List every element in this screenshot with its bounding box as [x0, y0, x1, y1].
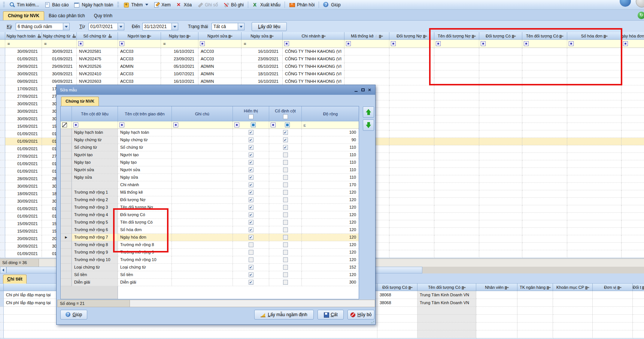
row-selector[interactable]: [0, 291, 4, 299]
config-column-header-2[interactable]: Tên cột trên giao diện: [118, 106, 172, 121]
detail-column-header-3[interactable]: Tên đối tượng Có: [417, 284, 476, 291]
width-cell[interactable]: 110: [302, 144, 359, 151]
display-name-cell[interactable]: Đối tượng Nợ: [118, 196, 172, 204]
width-cell[interactable]: 120: [302, 196, 359, 204]
detail-cell[interactable]: [593, 315, 633, 323]
field-name-cell[interactable]: [72, 181, 118, 189]
field-name-cell[interactable]: Ngày chứng từ: [72, 136, 118, 144]
table-cell[interactable]: [522, 243, 567, 250]
fixed-cell[interactable]: [269, 234, 302, 241]
table-cell[interactable]: NVK202603: [77, 78, 118, 85]
row-selector[interactable]: [0, 220, 5, 228]
detail-cell[interactable]: [476, 330, 517, 338]
table-cell[interactable]: [479, 183, 522, 190]
table-cell[interactable]: 30/09/2021: [42, 48, 77, 55]
table-cell[interactable]: [522, 85, 567, 93]
table-cell[interactable]: [567, 235, 622, 243]
note-cell[interactable]: [172, 264, 233, 271]
config-row[interactable]: Ngày tạoNgày tạo110: [61, 159, 359, 166]
table-cell[interactable]: ADMIN: [118, 63, 161, 70]
note-cell[interactable]: [172, 279, 233, 286]
detail-cell[interactable]: [517, 330, 553, 338]
detail-cell[interactable]: [593, 323, 633, 330]
column-header-4[interactable]: Người tạo: [118, 32, 161, 40]
table-cell[interactable]: [622, 130, 644, 138]
table-cell[interactable]: [479, 48, 522, 55]
column-header-1[interactable]: Ngày hạch toán: [5, 32, 42, 40]
detail-cell[interactable]: [553, 307, 593, 315]
config-column-header-6[interactable]: Độ rộng: [302, 106, 359, 121]
field-name-cell[interactable]: Loại chứng từ: [72, 264, 118, 271]
table-cell[interactable]: [622, 48, 644, 55]
unpinned-icon[interactable]: [187, 34, 191, 37]
filter-cell[interactable]: =: [42, 40, 77, 48]
fixed-checkbox[interactable]: [283, 197, 288, 202]
row-selector[interactable]: [0, 315, 4, 323]
detail-cell[interactable]: [553, 315, 593, 323]
detail-cell[interactable]: [417, 330, 476, 338]
fixed-cell[interactable]: [269, 144, 302, 151]
table-cell[interactable]: [567, 63, 622, 70]
table-cell[interactable]: [522, 93, 567, 100]
config-row[interactable]: Trường mở rộng 8Trường mở rộng 8120: [61, 241, 359, 249]
table-cell[interactable]: 23/09/2021: [242, 55, 283, 63]
note-cell[interactable]: [172, 226, 233, 234]
table-cell[interactable]: [434, 115, 479, 123]
table-row[interactable]: 29/09/202129/09/2021NVK202526ADMIN05/10/…: [0, 63, 644, 70]
unpinned-icon[interactable]: [322, 34, 325, 37]
table-cell[interactable]: CÔNG TY TNHH KAHONG (VI: [283, 55, 344, 63]
table-cell[interactable]: [389, 108, 434, 115]
unpinned-icon[interactable]: [229, 34, 233, 37]
table-cell[interactable]: 16/10/2021: [242, 48, 283, 55]
table-cell[interactable]: 01/09/2021: [5, 138, 42, 145]
table-cell[interactable]: [389, 220, 434, 228]
unpinned-icon[interactable]: [617, 285, 621, 289]
refresh-icon[interactable]: ↻: [638, 12, 644, 19]
table-cell[interactable]: 16/10/2021: [161, 48, 198, 55]
table-cell[interactable]: [567, 220, 622, 228]
row-selector[interactable]: [61, 151, 72, 159]
table-cell[interactable]: [389, 55, 434, 63]
table-cell[interactable]: 30/09/2021: [5, 48, 42, 55]
row-selector[interactable]: [0, 63, 5, 70]
move-up-button[interactable]: [363, 106, 374, 118]
toolbar-button-view[interactable]: Xem: [151, 1, 173, 9]
table-cell[interactable]: [522, 100, 567, 108]
table-cell[interactable]: [567, 160, 622, 168]
detail-cell[interactable]: [377, 315, 417, 323]
table-cell[interactable]: [479, 70, 522, 78]
table-cell[interactable]: [434, 168, 479, 175]
resize-grip[interactable]: [371, 320, 374, 324]
fixed-cell[interactable]: [269, 256, 302, 264]
filter-box-icon[interactable]: [73, 122, 78, 127]
table-cell[interactable]: 05/10/2021: [161, 63, 198, 70]
filter-box-icon[interactable]: [284, 41, 289, 46]
table-cell[interactable]: [434, 130, 479, 138]
column-header-12[interactable]: Đối tượng Có: [479, 32, 522, 40]
table-cell[interactable]: [479, 160, 522, 168]
column-header-13[interactable]: Tên đối tượng Có: [522, 32, 567, 40]
field-name-cell[interactable]: Ngày tạo: [72, 159, 118, 166]
row-selector[interactable]: [0, 299, 4, 307]
note-cell[interactable]: [172, 159, 233, 166]
table-cell[interactable]: 15/09/2021: [5, 220, 42, 228]
detail-column-header-8[interactable]: Đối t: [633, 284, 644, 291]
move-down-button[interactable]: [363, 119, 374, 131]
table-cell[interactable]: [522, 160, 567, 168]
row-selector[interactable]: [61, 159, 72, 166]
filter-box-icon[interactable]: [78, 41, 83, 46]
table-cell[interactable]: [622, 228, 644, 235]
width-cell[interactable]: 120: [302, 204, 359, 211]
table-cell[interactable]: [434, 220, 479, 228]
table-cell[interactable]: [389, 198, 434, 205]
row-selector[interactable]: [0, 250, 5, 258]
unpinned-icon[interactable]: [472, 34, 476, 37]
table-cell[interactable]: [622, 145, 644, 153]
width-cell[interactable]: 110: [302, 166, 359, 174]
fixed-checkbox[interactable]: [283, 220, 288, 225]
display-name-cell[interactable]: Người sửa: [118, 166, 172, 174]
field-name-cell[interactable]: Trường mở rộng 5: [72, 219, 118, 226]
table-cell[interactable]: [567, 145, 622, 153]
detail-cell[interactable]: [476, 315, 517, 323]
visible-checkbox[interactable]: [249, 175, 253, 180]
